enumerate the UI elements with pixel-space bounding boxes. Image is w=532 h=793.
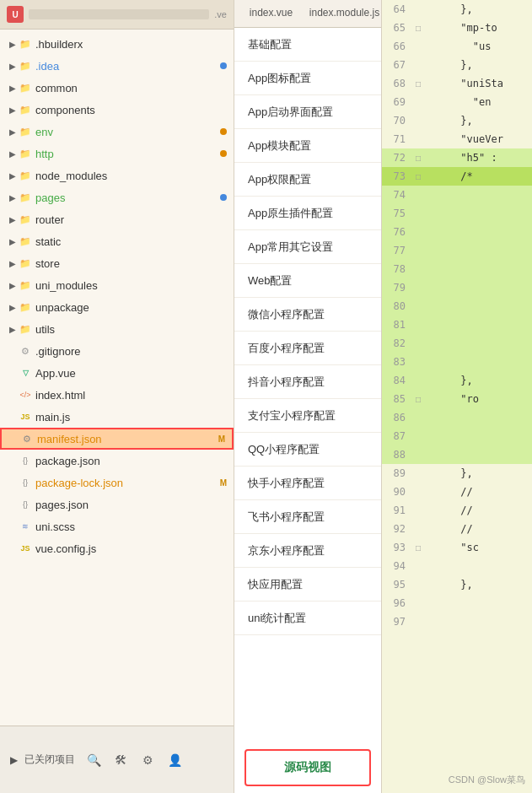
search-bottom-icon[interactable]: 🔍	[85, 752, 102, 769]
code-line-73: 73 □ /*	[382, 167, 532, 186]
user-bottom-icon[interactable]: 👤	[166, 752, 183, 769]
chevron-icon: ▶	[7, 60, 19, 72]
tree-item-utils[interactable]: ▶ 📁 utils	[0, 318, 234, 340]
tree-item-uni-modules[interactable]: ▶ 📁 uni_modules	[0, 274, 234, 296]
tree-item-env[interactable]: ▶ 📁 env	[0, 121, 234, 143]
line-number: 86	[382, 412, 412, 423]
config-item-alipay[interactable]: 支付宝小程序配置	[234, 399, 381, 433]
tree-item-package-json[interactable]: ▶ {} package.json	[0, 450, 234, 472]
code-line-74: 74	[382, 186, 532, 204]
tree-item-components[interactable]: ▶ 📁 components	[0, 99, 234, 121]
folder-icon: 📁	[19, 147, 32, 160]
chevron-icon: ▶	[7, 104, 19, 116]
tree-item-static[interactable]: ▶ 📁 static	[0, 230, 234, 252]
tree-item-app-vue[interactable]: ▶ ▽ App.vue	[0, 362, 234, 384]
item-name: store	[35, 257, 227, 270]
line-number: 64	[382, 3, 412, 15]
tree-item-store[interactable]: ▶ 📁 store	[0, 252, 234, 274]
tree-item-main-js[interactable]: ▶ JS main.js	[0, 406, 234, 428]
tree-item-package-lock-json[interactable]: ▶ {} package-lock.json M	[0, 472, 234, 494]
tree-item-gitignore[interactable]: ▶ ⚙ .gitignore	[0, 340, 234, 362]
config-item-feishu[interactable]: 飞书小程序配置	[234, 500, 381, 534]
config-panel: index.vue index.module.js 基础配置 App图标配置 A…	[234, 0, 382, 793]
code-line-69: 69 "en	[382, 93, 532, 111]
tree-item-idea[interactable]: ▶ 📁 .idea	[0, 55, 234, 77]
sidebar: U .ve ▶ 📁 .hbuilderx ▶ 📁 .idea ▶ 📁 commo…	[0, 0, 234, 793]
tree-item-node-modules[interactable]: ▶ 📁 node_modules	[0, 165, 234, 186]
tree-item-uni-scss[interactable]: ▶ ≋ uni.scss	[0, 515, 234, 537]
tree-item-hbuilderx[interactable]: ▶ 📁 .hbuilderx	[0, 33, 234, 55]
config-item-web[interactable]: Web配置	[234, 264, 381, 298]
config-item-app-other[interactable]: App常用其它设置	[234, 230, 381, 264]
code-line-97: 97	[382, 612, 532, 631]
tab-index-module-js[interactable]: index.module.js	[308, 0, 381, 27]
item-name: env	[35, 126, 220, 138]
config-item-tiktok[interactable]: 抖音小程序配置	[234, 365, 381, 399]
config-item-wechat[interactable]: 微信小程序配置	[234, 298, 381, 332]
json-icon: {}	[19, 498, 32, 511]
line-number: 81	[382, 319, 412, 331]
code-line-95: 95 },	[382, 575, 532, 594]
tree-item-pages-json[interactable]: ▶ {} pages.json	[0, 494, 234, 515]
tree-item-http[interactable]: ▶ 📁 http	[0, 143, 234, 165]
tree-item-vue-config-js[interactable]: ▶ JS vue.config.js	[0, 537, 234, 559]
line-number: 73	[382, 170, 412, 182]
line-number: 74	[382, 189, 412, 201]
config-tabs: index.vue index.module.js	[234, 0, 381, 28]
chevron-icon: ▶	[7, 38, 19, 50]
config-item-app-splash[interactable]: App启动界面配置	[234, 95, 381, 129]
item-name: pages	[35, 192, 220, 204]
tree-item-common[interactable]: ▶ 📁 common	[0, 77, 234, 99]
config-item-quickapp[interactable]: 快应用配置	[234, 568, 381, 601]
config-item-basic[interactable]: 基础配置	[234, 28, 381, 62]
chevron-icon: ▶	[7, 213, 19, 225]
code-line-86: 86	[382, 408, 532, 427]
watermark: CSDN @Slow菜鸟	[449, 774, 525, 786]
config-item-qq[interactable]: QQ小程序配置	[234, 433, 381, 467]
tree-item-unpackage[interactable]: ▶ 📁 unpackage	[0, 296, 234, 318]
sidebar-bottom: ▶ 已关闭项目 🔍 🛠 ⚙ 👤	[0, 726, 234, 793]
source-view-button[interactable]: 源码视图	[245, 749, 371, 786]
config-item-jingdong[interactable]: 京东小程序配置	[234, 534, 381, 568]
folder-icon: 📁	[19, 37, 32, 51]
line-number: 89	[382, 467, 412, 479]
line-number: 70	[382, 115, 412, 127]
sidebar-header: U .ve	[0, 0, 234, 30]
config-item-kuaishou[interactable]: 快手小程序配置	[234, 467, 381, 500]
item-name: static	[35, 235, 227, 248]
folder-icon: 📁	[19, 81, 32, 94]
item-name: index.html	[35, 389, 227, 402]
line-number: 79	[382, 282, 412, 294]
config-item-app-modules[interactable]: App模块配置	[234, 129, 381, 163]
tree-item-pages[interactable]: ▶ 📁 pages	[0, 186, 234, 208]
line-fold: □	[412, 172, 424, 181]
config-item-baidu[interactable]: 百度小程序配置	[234, 332, 381, 365]
config-item-app-permissions[interactable]: App权限配置	[234, 163, 381, 197]
tools-bottom-icon[interactable]: 🛠	[112, 752, 129, 769]
js-icon: JS	[19, 542, 32, 555]
line-number: 87	[382, 430, 412, 442]
line-content: //	[424, 523, 532, 535]
tree-item-index-html[interactable]: ▶ </> index.html	[0, 384, 234, 406]
chevron-icon: ▶	[7, 126, 19, 138]
chevron-icon: ▶	[7, 279, 19, 291]
badge	[220, 128, 227, 135]
line-number: 95	[382, 579, 412, 591]
tree-item-router[interactable]: ▶ 📁 router	[0, 208, 234, 230]
item-name: package.json	[35, 455, 227, 467]
folder-icon: 📁	[19, 169, 32, 182]
line-number: 82	[382, 337, 412, 349]
tree-item-manifest-json[interactable]: ▶ ⚙ manifest.json M	[0, 428, 234, 450]
html-icon: </>	[19, 388, 32, 402]
line-content: },	[424, 3, 532, 15]
tab-index-vue[interactable]: index.vue	[234, 0, 308, 27]
line-content: "ro	[424, 393, 532, 405]
item-name: components	[35, 104, 227, 116]
config-item-uni-stats[interactable]: uni统计配置	[234, 601, 381, 635]
settings-bottom-icon[interactable]: ⚙	[139, 752, 156, 769]
code-line-66: 66 "us	[382, 37, 532, 56]
json-icon: {}	[19, 454, 32, 467]
config-item-app-icon[interactable]: App图标配置	[234, 62, 381, 95]
vue-icon: ▽	[19, 366, 32, 380]
config-item-app-native-plugins[interactable]: App原生插件配置	[234, 197, 381, 230]
